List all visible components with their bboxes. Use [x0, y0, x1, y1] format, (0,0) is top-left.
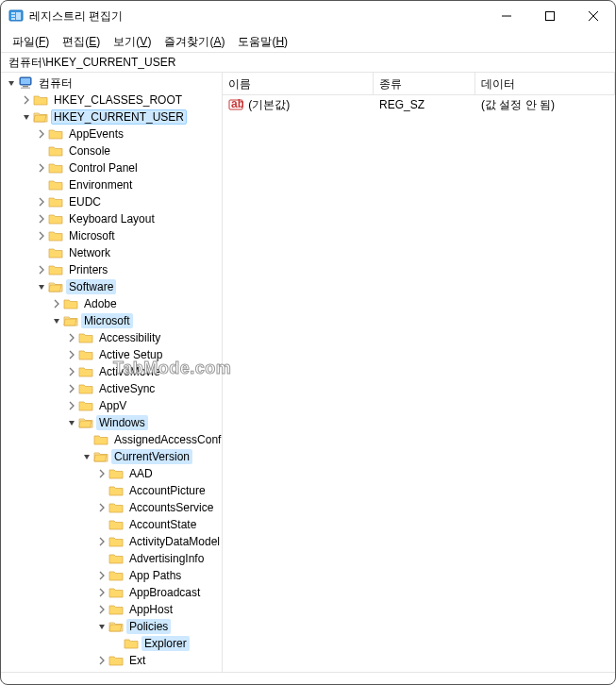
tree-node-adobe[interactable]: Adobe — [50, 295, 222, 312]
col-type[interactable]: 종류 — [374, 73, 475, 94]
tree-node-console[interactable]: Console — [35, 142, 222, 159]
chevron-right-icon[interactable] — [65, 331, 78, 344]
chevron-right-icon[interactable] — [65, 365, 78, 378]
menu-file[interactable]: 파일(F) — [7, 32, 55, 52]
chevron-right-icon[interactable] — [35, 161, 48, 175]
chevron-right-icon[interactable] — [35, 195, 48, 209]
tree-node-accountstate[interactable]: AccountState — [95, 516, 222, 533]
chevron-down-icon[interactable] — [95, 620, 108, 633]
tree-label: Environment — [66, 177, 135, 192]
menu-favorites[interactable]: 즐겨찾기(A) — [158, 32, 230, 52]
list-body[interactable]: ab (기본값) REG_SZ (값 설정 안 됨) — [223, 95, 615, 672]
chevron-right-icon[interactable] — [95, 569, 108, 582]
folder-icon — [63, 296, 78, 311]
folder-icon — [108, 551, 124, 566]
chevron-down-icon[interactable] — [20, 110, 33, 124]
address-bar[interactable]: 컴퓨터\HKEY_CURRENT_USER — [1, 52, 615, 73]
tree-node-root[interactable]: 컴퓨터 — [5, 75, 222, 92]
col-data[interactable]: 데이터 — [475, 73, 615, 94]
string-value-icon: ab — [228, 97, 243, 112]
chevron-down-icon[interactable] — [65, 416, 78, 429]
folder-open-icon — [63, 313, 78, 328]
value-type: REG_SZ — [374, 98, 475, 111]
tree-node-hkcr[interactable]: HKEY_CLASSES_ROOT — [20, 92, 222, 109]
list-row[interactable]: ab (기본값) REG_SZ (값 설정 안 됨) — [223, 95, 615, 114]
tree-node-keyboard[interactable]: Keyboard Layout — [35, 210, 222, 227]
chevron-right-icon[interactable] — [65, 399, 78, 412]
chevron-right-icon[interactable] — [95, 603, 108, 616]
tree-node-currentversion[interactable]: CurrentVersion — [80, 448, 222, 465]
tree-node-advertisinginfo[interactable]: AdvertisingInfo — [95, 550, 222, 567]
tree-node-accessibility[interactable]: Accessibility — [65, 329, 222, 346]
tree-label: AssignedAccessConfiguration — [111, 432, 222, 447]
chevron-right-icon[interactable] — [65, 348, 78, 361]
tree-node-activitydatamodel[interactable]: ActivityDataModel — [95, 533, 222, 550]
tree-label: Control Panel — [66, 160, 141, 175]
tree-node-activesetup[interactable]: Active Setup — [65, 346, 222, 363]
tree-node-activemovie[interactable]: ActiveMovie — [65, 363, 222, 380]
tree-label: ActivityDataModel — [126, 534, 222, 549]
tree-label: AppHost — [126, 602, 175, 617]
menu-help[interactable]: 도움말(H) — [232, 32, 293, 52]
tree-label: AppBroadcast — [126, 585, 203, 600]
tree-node-appv[interactable]: AppV — [65, 397, 222, 414]
chevron-right-icon[interactable] — [95, 467, 108, 480]
tree-node-accountpicture[interactable]: AccountPicture — [95, 482, 222, 499]
chevron-down-icon[interactable] — [5, 76, 18, 90]
tree-node-aad[interactable]: AAD — [95, 465, 222, 482]
tree-node-environment[interactable]: Environment — [35, 176, 222, 193]
tree-node-accountsservice[interactable]: AccountsService — [95, 499, 222, 516]
chevron-down-icon[interactable] — [50, 314, 63, 327]
tree-node-network[interactable]: Network — [35, 244, 222, 261]
tree-node-software[interactable]: Software — [35, 278, 222, 295]
tree-node-explorer[interactable]: Explorer — [110, 635, 222, 652]
tree-node-printers[interactable]: Printers — [35, 261, 222, 278]
folder-icon — [33, 92, 48, 108]
chevron-right-icon[interactable] — [35, 212, 48, 226]
chevron-right-icon[interactable] — [95, 586, 108, 599]
tree-node-controlpanel[interactable]: Control Panel — [35, 159, 222, 176]
tree-scroll[interactable]: 컴퓨터HKEY_CLASSES_ROOTHKEY_CURRENT_USERApp… — [1, 73, 222, 672]
tree-node-eudc[interactable]: EUDC — [35, 193, 222, 210]
tree-label: Network — [66, 245, 113, 260]
minimize-button[interactable] — [485, 1, 528, 31]
maximize-button[interactable] — [528, 1, 572, 31]
chevron-right-icon[interactable] — [50, 297, 63, 310]
chevron-right-icon[interactable] — [35, 229, 48, 242]
svg-rect-6 — [546, 12, 555, 21]
chevron-right-icon[interactable] — [65, 382, 78, 395]
chevron-right-icon[interactable] — [95, 654, 108, 667]
tree-node-apppaths[interactable]: App Paths — [95, 567, 222, 584]
chevron-right-icon[interactable] — [35, 127, 48, 141]
list-header: 이름 종류 데이터 — [223, 73, 615, 95]
folder-icon — [108, 466, 124, 481]
tree-node-ext[interactable]: Ext — [95, 652, 222, 669]
window-controls — [485, 1, 615, 31]
chevron-right-icon[interactable] — [20, 93, 33, 107]
chevron-down-icon[interactable] — [35, 280, 48, 293]
tree-node-windows[interactable]: Windows — [65, 414, 222, 431]
tree-node-appevents[interactable]: AppEvents — [35, 125, 222, 142]
tree-label: Windows — [96, 415, 148, 430]
value-data: (값 설정 안 됨) — [475, 97, 615, 113]
chevron-right-icon[interactable] — [95, 535, 108, 548]
col-name[interactable]: 이름 — [223, 73, 374, 94]
menu-edit[interactable]: 편집(E) — [57, 32, 106, 52]
tree-node-apphost[interactable]: AppHost — [95, 601, 222, 618]
close-button[interactable] — [572, 1, 615, 31]
tree-node-assignedaccess[interactable]: AssignedAccessConfiguration — [80, 431, 222, 448]
tree-node-policies[interactable]: Policies — [95, 618, 222, 635]
chevron-down-icon[interactable] — [80, 450, 93, 463]
folder-icon — [78, 364, 93, 379]
tree-node-hkcu[interactable]: HKEY_CURRENT_USER — [20, 109, 222, 125]
tree-node-microsoft[interactable]: Microsoft — [50, 312, 222, 329]
titlebar[interactable]: 레지스트리 편집기 — [1, 1, 615, 31]
tree-node-appbroadcast[interactable]: AppBroadcast — [95, 584, 222, 601]
folder-open-icon — [33, 109, 48, 125]
tree-node-microsoft_top[interactable]: Microsoft — [35, 227, 222, 244]
tree-node-activesync[interactable]: ActiveSync — [65, 380, 222, 397]
chevron-right-icon[interactable] — [35, 263, 48, 276]
folder-icon — [48, 228, 63, 243]
chevron-right-icon[interactable] — [95, 501, 108, 514]
menu-view[interactable]: 보기(V) — [108, 32, 157, 52]
